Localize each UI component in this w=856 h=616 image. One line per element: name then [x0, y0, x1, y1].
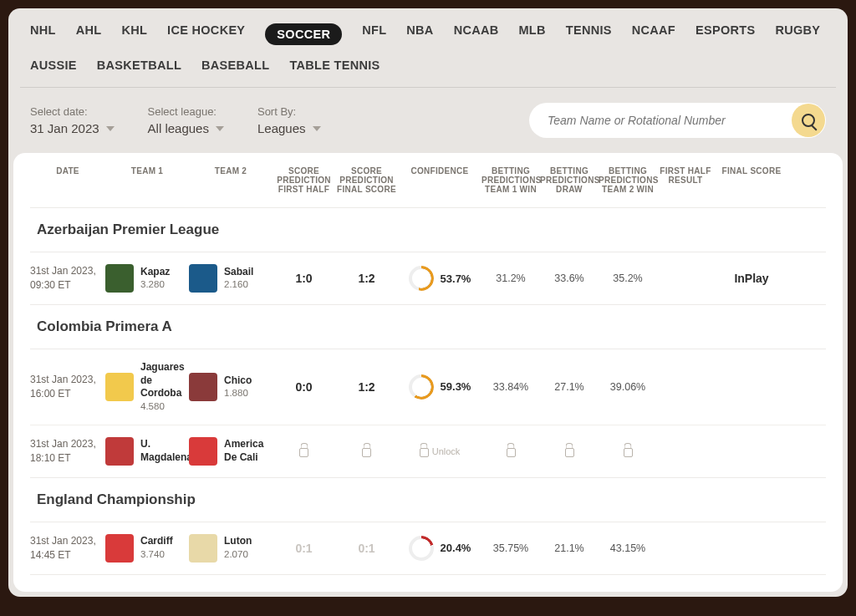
column-header: BETTING PREDICTIONS TEAM 2 WIN	[599, 166, 657, 194]
confidence: 53.7%	[398, 266, 482, 291]
tab-ice-hockey[interactable]: ICE HOCKEY	[167, 23, 245, 45]
team1-name: Cardiff	[140, 535, 173, 548]
bet-team1: 31.2%	[482, 272, 540, 284]
bet2-locked[interactable]	[599, 445, 657, 457]
team1-block: Kapaz3.280	[105, 264, 189, 293]
bet-draw: 33.6%	[540, 272, 599, 284]
search-icon	[802, 114, 815, 127]
score-final: 1:2	[335, 380, 398, 394]
team1-logo	[105, 437, 134, 466]
tab-rugby[interactable]: RUGBY	[775, 23, 820, 45]
main-panel: NHLAHLKHLICE HOCKEYSOCCERNFLNBANCAABMLBT…	[8, 8, 848, 597]
team1-block: Jaguares de Cordoba4.580	[105, 361, 189, 413]
confidence: 20.4%	[398, 536, 482, 561]
tab-aussie[interactable]: AUSSIE	[30, 59, 77, 72]
search-button[interactable]	[792, 104, 825, 137]
sport-tabs: NHLAHLKHLICE HOCKEYSOCCERNFLNBANCAABMLBT…	[8, 8, 848, 87]
team1-name: Jaguares de Cordoba	[140, 361, 189, 400]
column-header: SCORE PREDICTION FIRST HALF	[273, 166, 335, 194]
column-header: TEAM 2	[189, 166, 273, 194]
tab-nhl[interactable]: NHL	[30, 23, 56, 45]
team2-name: Chico	[224, 374, 252, 388]
lock-icon	[565, 448, 574, 457]
lock-icon	[362, 448, 371, 457]
table-headers: DATETEAM 1TEAM 2SCORE PREDICTION FIRST H…	[30, 153, 826, 207]
tab-table-tennis[interactable]: TABLE TENNIS	[289, 59, 380, 72]
match-row[interactable]: 31st Jan 2023, 14:45 ET Cardiff3.740 Lut…	[30, 522, 826, 574]
team2-name: Luton	[224, 535, 252, 548]
team1-odds: 4.580	[140, 400, 189, 413]
score-fh: 0:1	[273, 542, 335, 555]
bet-draw: 21.1%	[540, 542, 599, 554]
tab-ahl[interactable]: AHL	[76, 23, 102, 45]
search-input[interactable]	[529, 103, 826, 138]
bet-team2: 39.06%	[599, 381, 657, 393]
team1-logo	[105, 534, 134, 563]
team2-block: Sabail2.160	[189, 264, 273, 293]
chevron-down-icon	[216, 126, 224, 131]
tab-nfl[interactable]: NFL	[362, 23, 386, 45]
tab-esports[interactable]: ESPORTS	[696, 23, 755, 45]
betd-locked[interactable]	[540, 445, 599, 457]
date-filter-value: 31 Jan 2023	[30, 121, 115, 135]
confidence: 59.3%	[398, 374, 482, 400]
final-score: InPlay	[714, 272, 789, 285]
chevron-down-icon	[313, 126, 321, 131]
team1-block: Cardiff3.740	[105, 534, 189, 563]
league-filter-label: Select league:	[148, 105, 224, 118]
bet-team1: 35.75%	[482, 542, 540, 554]
match-date: 31st Jan 2023, 14:45 ET	[30, 534, 105, 563]
chevron-down-icon	[106, 126, 115, 131]
team2-logo	[189, 264, 217, 293]
tab-nba[interactable]: NBA	[406, 23, 433, 45]
bet-team2: 35.2%	[599, 272, 657, 284]
column-header: BETTING PREDICTIONS TEAM 1 WIN	[482, 166, 540, 194]
tab-basketball[interactable]: BASKETBALL	[97, 59, 181, 72]
bet-team2: 43.15%	[599, 542, 657, 554]
date-filter[interactable]: Select date: 31 Jan 2023	[30, 105, 115, 135]
match-row[interactable]: 31st Jan 2023, 16:00 ET Jaguares de Cord…	[30, 349, 826, 425]
score-fh-locked[interactable]	[273, 445, 335, 457]
match-row[interactable]: 31st Jan 2023, 18:10 ET U. Magdalena Ame…	[30, 425, 826, 477]
team2-odds: 1.880	[224, 387, 252, 400]
lock-icon	[420, 448, 429, 457]
tab-ncaab[interactable]: NCAAB	[454, 23, 499, 45]
filter-bar: Select date: 31 Jan 2023 Select league: …	[8, 88, 848, 153]
tab-ncaaf[interactable]: NCAAF	[632, 23, 675, 45]
team2-name: Sabail	[224, 266, 253, 279]
team2-block: Luton2.070	[189, 534, 273, 563]
lock-icon	[624, 448, 633, 457]
team2-odds: 2.070	[224, 548, 252, 561]
column-header: CONFIDENCE	[398, 166, 482, 194]
bet-draw: 27.1%	[540, 381, 599, 393]
tab-baseball[interactable]: BASEBALL	[201, 59, 269, 72]
tab-khl[interactable]: KHL	[121, 23, 147, 45]
tab-mlb[interactable]: MLB	[518, 23, 545, 45]
column-header: BETTING PREDICTIONS DRAW	[540, 166, 599, 194]
confidence-locked[interactable]: Unlock	[398, 445, 482, 457]
team2-logo	[189, 534, 217, 563]
team2-logo	[189, 437, 217, 466]
match-row[interactable]: 31st Jan 2023, 09:30 ET Kapaz3.280 Sabai…	[30, 252, 826, 304]
search-wrap	[529, 103, 826, 138]
team1-name: Kapaz	[140, 266, 170, 279]
team1-block: U. Magdalena	[105, 437, 189, 466]
column-header: FINAL SCORE	[714, 166, 789, 194]
column-header: FIRST HALF RESULT	[657, 166, 714, 194]
score-final-locked[interactable]	[335, 445, 398, 457]
score-fh: 1:0	[273, 272, 335, 285]
column-header: SCORE PREDICTION FINAL SCORE	[335, 166, 398, 194]
confidence-ring	[409, 536, 434, 561]
team2-block: Chico1.880	[189, 373, 273, 401]
league-filter[interactable]: Select league: All leagues	[148, 105, 224, 135]
bet1-locked[interactable]	[482, 445, 540, 457]
team2-block: America De Cali	[189, 437, 273, 466]
date-filter-label: Select date:	[30, 105, 115, 118]
sort-filter[interactable]: Sort By: Leagues	[257, 105, 321, 135]
score-final: 0:1	[335, 542, 398, 555]
results-content: DATETEAM 1TEAM 2SCORE PREDICTION FIRST H…	[13, 153, 843, 592]
confidence-ring	[409, 266, 434, 291]
tab-soccer[interactable]: SOCCER	[265, 23, 342, 45]
team2-odds: 2.160	[224, 278, 253, 291]
tab-tennis[interactable]: TENNIS	[566, 23, 612, 45]
